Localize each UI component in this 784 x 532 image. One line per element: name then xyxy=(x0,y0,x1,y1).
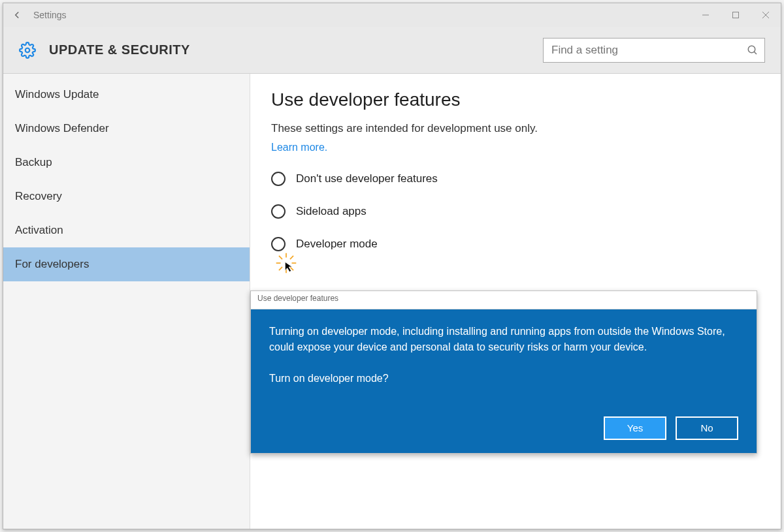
svg-line-6 xyxy=(754,52,757,54)
dialog-question: Turn on developer mode? xyxy=(269,371,738,386)
back-arrow-icon xyxy=(11,9,23,21)
learn-more-link[interactable]: Learn more. xyxy=(271,142,327,153)
radio-sideload-apps[interactable]: Sideload apps xyxy=(271,204,760,219)
header: UPDATE & SECURITY xyxy=(3,27,781,74)
window-controls xyxy=(691,3,781,27)
sidebar-item-label: For developers xyxy=(15,258,89,271)
dialog-body: Turning on developer mode, including ins… xyxy=(251,309,757,453)
radio-developer-mode[interactable]: Developer mode xyxy=(271,237,760,251)
sidebar-item-for-developers[interactable]: For developers xyxy=(3,247,250,281)
radio-icon xyxy=(271,172,286,186)
sidebar-item-activation[interactable]: Activation xyxy=(3,213,250,247)
yes-button[interactable]: Yes xyxy=(604,416,666,440)
search-wrap xyxy=(543,38,765,63)
maximize-icon xyxy=(732,11,740,19)
section-title: UPDATE & SECURITY xyxy=(49,42,190,57)
sidebar-item-backup[interactable]: Backup xyxy=(3,146,250,180)
search-input[interactable] xyxy=(543,38,765,63)
maximize-button[interactable] xyxy=(721,3,751,27)
sidebar-item-label: Recovery xyxy=(15,190,62,203)
svg-point-4 xyxy=(25,48,30,52)
button-label: No xyxy=(700,421,713,436)
back-button[interactable] xyxy=(3,3,31,27)
confirm-dialog: Use developer features Turning on develo… xyxy=(250,290,757,454)
sidebar-item-label: Activation xyxy=(15,224,63,237)
svg-point-5 xyxy=(748,46,755,53)
radio-label: Don't use developer features xyxy=(296,172,438,185)
search-icon xyxy=(747,44,759,56)
sidebar-item-label: Windows Defender xyxy=(15,122,109,135)
svg-rect-1 xyxy=(733,12,739,18)
page-title: Use developer features xyxy=(271,89,760,110)
sidebar-item-label: Backup xyxy=(15,156,52,169)
gear-icon xyxy=(19,42,36,59)
dialog-message: Turning on developer mode, including ins… xyxy=(269,324,738,355)
titlebar: Settings xyxy=(3,3,781,27)
minimize-icon xyxy=(702,11,710,19)
settings-window: Settings UPDATE & SECURITY Windows Up xyxy=(3,3,781,529)
button-label: Yes xyxy=(627,421,643,436)
radio-dont-use[interactable]: Don't use developer features xyxy=(271,172,760,186)
close-button[interactable] xyxy=(751,3,781,27)
sidebar-item-recovery[interactable]: Recovery xyxy=(3,180,250,213)
sidebar-item-label: Windows Update xyxy=(15,88,99,101)
radio-icon xyxy=(271,204,286,219)
radio-icon xyxy=(271,237,286,251)
radio-label: Developer mode xyxy=(296,238,378,251)
dialog-buttons: Yes No xyxy=(269,416,738,440)
minimize-button[interactable] xyxy=(691,3,721,27)
close-icon xyxy=(762,11,770,19)
sidebar-item-windows-defender[interactable]: Windows Defender xyxy=(3,112,250,146)
window-title: Settings xyxy=(33,10,67,20)
sidebar-item-windows-update[interactable]: Windows Update xyxy=(3,78,250,112)
dialog-title: Use developer features xyxy=(251,291,757,309)
sidebar: Windows Update Windows Defender Backup R… xyxy=(3,74,250,529)
page-subtitle: These settings are intended for developm… xyxy=(271,122,760,135)
radio-label: Sideload apps xyxy=(296,205,367,218)
no-button[interactable]: No xyxy=(676,416,738,440)
